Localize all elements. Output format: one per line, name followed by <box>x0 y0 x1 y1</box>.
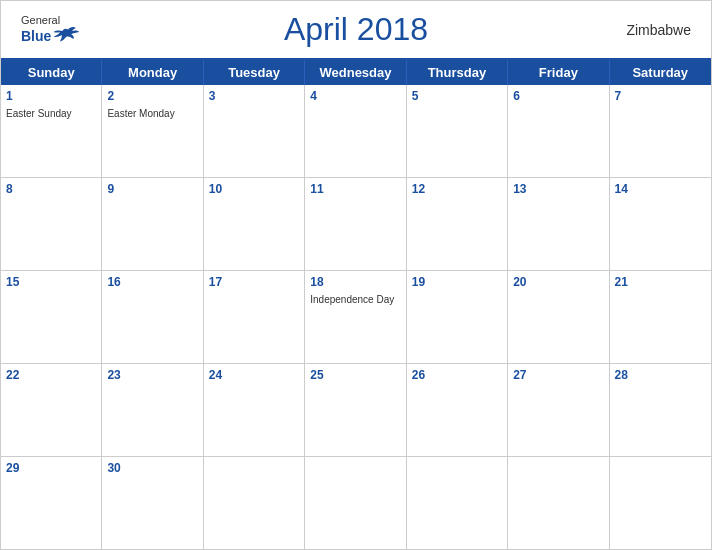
day-number: 14 <box>615 181 706 198</box>
day-header-sunday: Sunday <box>1 60 102 85</box>
logo-blue: Blue <box>21 28 51 42</box>
day-cell: 22 <box>1 364 102 456</box>
day-cell: 25 <box>305 364 406 456</box>
day-cell: 19 <box>407 271 508 363</box>
day-cell: 12 <box>407 178 508 270</box>
day-cell: 26 <box>407 364 508 456</box>
day-number: 4 <box>310 88 400 105</box>
calendar-container: General Blue April 2018 Zimbabwe SundayM… <box>0 0 712 550</box>
day-number: 23 <box>107 367 197 384</box>
day-number: 10 <box>209 181 299 198</box>
day-cell: 20 <box>508 271 609 363</box>
day-headers: SundayMondayTuesdayWednesdayThursdayFrid… <box>1 60 711 85</box>
day-cell <box>204 457 305 549</box>
day-number: 17 <box>209 274 299 291</box>
day-cell: 17 <box>204 271 305 363</box>
day-cell: 2Easter Monday <box>102 85 203 177</box>
day-cell: 27 <box>508 364 609 456</box>
day-cell: 8 <box>1 178 102 270</box>
day-cell: 4 <box>305 85 406 177</box>
day-number: 30 <box>107 460 197 477</box>
day-number: 6 <box>513 88 603 105</box>
day-number: 13 <box>513 181 603 198</box>
day-cell: 30 <box>102 457 203 549</box>
day-cell: 10 <box>204 178 305 270</box>
day-number: 28 <box>615 367 706 384</box>
day-number: 22 <box>6 367 96 384</box>
day-cell: 6 <box>508 85 609 177</box>
logo-general: General <box>21 14 60 25</box>
day-header-wednesday: Wednesday <box>305 60 406 85</box>
day-number: 9 <box>107 181 197 198</box>
day-cell: 28 <box>610 364 711 456</box>
day-number: 1 <box>6 88 96 105</box>
day-cell <box>305 457 406 549</box>
day-number: 3 <box>209 88 299 105</box>
week-row-3: 15161718Independence Day192021 <box>1 271 711 364</box>
day-number: 26 <box>412 367 502 384</box>
day-cell <box>508 457 609 549</box>
day-number: 12 <box>412 181 502 198</box>
country-label: Zimbabwe <box>626 22 691 38</box>
week-row-4: 22232425262728 <box>1 364 711 457</box>
day-number: 19 <box>412 274 502 291</box>
logo-bird-icon <box>51 25 81 45</box>
day-cell: 15 <box>1 271 102 363</box>
day-number: 5 <box>412 88 502 105</box>
day-cell: 24 <box>204 364 305 456</box>
day-header-tuesday: Tuesday <box>204 60 305 85</box>
calendar-header: General Blue April 2018 Zimbabwe <box>1 1 711 58</box>
day-number: 24 <box>209 367 299 384</box>
day-number: 11 <box>310 181 400 198</box>
day-number: 29 <box>6 460 96 477</box>
day-cell: 9 <box>102 178 203 270</box>
calendar-grid: SundayMondayTuesdayWednesdayThursdayFrid… <box>1 58 711 549</box>
day-number: 21 <box>615 274 706 291</box>
logo: General Blue <box>21 14 81 45</box>
day-header-thursday: Thursday <box>407 60 508 85</box>
day-event: Independence Day <box>310 293 400 306</box>
day-number: 15 <box>6 274 96 291</box>
day-header-friday: Friday <box>508 60 609 85</box>
weeks: 1Easter Sunday2Easter Monday345678910111… <box>1 85 711 549</box>
day-number: 18 <box>310 274 400 291</box>
day-cell: 14 <box>610 178 711 270</box>
day-cell: 18Independence Day <box>305 271 406 363</box>
day-cell: 29 <box>1 457 102 549</box>
day-cell: 23 <box>102 364 203 456</box>
day-header-saturday: Saturday <box>610 60 711 85</box>
day-event: Easter Monday <box>107 107 197 120</box>
day-header-monday: Monday <box>102 60 203 85</box>
day-cell: 13 <box>508 178 609 270</box>
day-number: 20 <box>513 274 603 291</box>
week-row-1: 1Easter Sunday2Easter Monday34567 <box>1 85 711 178</box>
day-cell: 21 <box>610 271 711 363</box>
day-number: 7 <box>615 88 706 105</box>
day-number: 27 <box>513 367 603 384</box>
week-row-5: 2930 <box>1 457 711 549</box>
day-event: Easter Sunday <box>6 107 96 120</box>
day-number: 8 <box>6 181 96 198</box>
day-cell: 3 <box>204 85 305 177</box>
day-number: 16 <box>107 274 197 291</box>
month-title: April 2018 <box>284 11 428 48</box>
day-cell: 7 <box>610 85 711 177</box>
day-cell <box>407 457 508 549</box>
day-cell: 16 <box>102 271 203 363</box>
day-number: 25 <box>310 367 400 384</box>
day-number: 2 <box>107 88 197 105</box>
day-cell: 5 <box>407 85 508 177</box>
day-cell <box>610 457 711 549</box>
week-row-2: 891011121314 <box>1 178 711 271</box>
day-cell: 1Easter Sunday <box>1 85 102 177</box>
day-cell: 11 <box>305 178 406 270</box>
